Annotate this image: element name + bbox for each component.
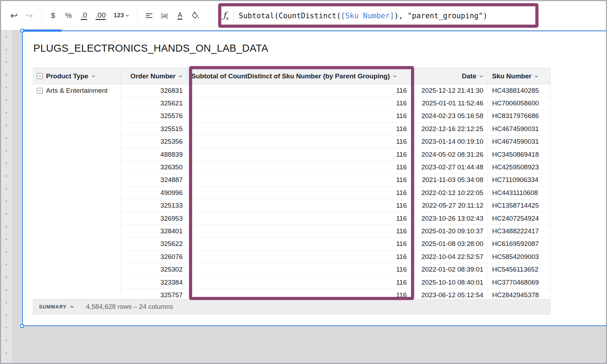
cell-product-type[interactable]: − [33, 187, 121, 199]
cell-sku-number[interactable]: HC4674590031 [488, 136, 551, 148]
cell-subtotal[interactable]: 116 [187, 110, 412, 123]
cell-sku-number[interactable]: HC4674590031 [488, 123, 551, 135]
increase-decimal-button[interactable]: .00 [96, 11, 106, 20]
cell-sku-number[interactable]: HC1358714425 [488, 200, 551, 212]
cell-subtotal[interactable]: 116 [187, 251, 412, 263]
cell-product-type[interactable]: − [33, 212, 121, 225]
cell-product-type[interactable]: − [33, 97, 121, 110]
cell-order-number[interactable]: 325515 [121, 123, 187, 135]
cell-subtotal[interactable]: 116 [187, 238, 412, 251]
cell-product-type[interactable]: − [33, 238, 121, 251]
cell-product-type[interactable]: − [33, 174, 121, 187]
cell-subtotal[interactable]: 116 [187, 276, 412, 289]
cell-date[interactable]: 2025-01-20 09:10:37 [412, 225, 488, 238]
cell-date[interactable]: 2023-02-27 01:44:48 [412, 161, 488, 174]
cell-product-type[interactable]: − [33, 161, 121, 174]
cell-product-type[interactable]: − [33, 123, 121, 135]
cell-date[interactable]: 2025-01-01 11:52:46 [412, 97, 488, 110]
selection-handle[interactable] [20, 29, 24, 32]
page-title[interactable]: PLUGS_ELECTRONICS_HANDS_ON_LAB_DATA [33, 43, 268, 54]
cell-order-number[interactable]: 326350 [121, 161, 187, 174]
cell-sku-number[interactable]: HC5854209003 [488, 251, 551, 263]
cell-date[interactable]: 2022-10-04 22:52:57 [412, 251, 488, 263]
column-header-order-number[interactable]: Order Number [121, 68, 187, 84]
cell-sku-number[interactable]: HC2407254924 [488, 212, 551, 225]
cell-product-type[interactable]: − [33, 263, 121, 276]
cell-order-number[interactable]: 325356 [121, 136, 187, 148]
cell-order-number[interactable]: 326831 [121, 84, 187, 97]
cell-sku-number[interactable]: HC7006058600 [488, 97, 551, 110]
cell-sku-number[interactable]: HC4259508923 [488, 161, 551, 174]
cell-date[interactable]: 2022-12-16 22:12:25 [412, 123, 488, 135]
cell-product-type[interactable]: − [33, 289, 121, 299]
align-icon[interactable] [145, 9, 153, 21]
redo-button[interactable]: ↪ [26, 9, 33, 21]
cell-subtotal[interactable]: 116 [187, 200, 412, 212]
column-header-date[interactable]: Date [412, 68, 488, 84]
cell-order-number[interactable]: 325133 [121, 200, 187, 212]
chevron-down-icon[interactable] [393, 75, 397, 78]
cell-subtotal[interactable]: 116 [187, 263, 412, 276]
cell-sku-number[interactable]: HC7110906334 [488, 174, 551, 187]
percent-format-button[interactable]: % [65, 9, 72, 21]
wrap-text-icon[interactable]: |ə| [161, 9, 168, 21]
text-color-button[interactable]: A [177, 11, 182, 20]
cell-order-number[interactable]: 325621 [121, 97, 187, 110]
cell-sku-number[interactable]: HC5456113652 [488, 263, 551, 276]
cell-order-number[interactable]: 325302 [121, 263, 187, 276]
element-selection-tab[interactable] [22, 30, 61, 32]
chevron-down-icon[interactable] [534, 75, 539, 78]
cell-subtotal[interactable]: 116 [187, 161, 412, 174]
cell-order-number[interactable]: 490996 [121, 187, 187, 199]
cell-order-number[interactable]: 328401 [121, 225, 187, 238]
cell-order-number[interactable]: 326953 [121, 212, 187, 225]
cell-order-number[interactable]: 326076 [121, 251, 187, 263]
cell-date[interactable]: 2025-01-08 03:28:00 [412, 238, 488, 251]
cell-subtotal[interactable]: 116 [187, 123, 412, 135]
cell-subtotal[interactable]: 116 [187, 97, 412, 110]
cell-product-type[interactable]: − Arts & Entertainment [33, 84, 121, 97]
cell-sku-number[interactable]: HC4431110608 [488, 187, 551, 199]
currency-format-button[interactable]: $ [49, 9, 57, 21]
column-header-sku-number[interactable]: Sku Number [488, 68, 551, 84]
chevron-down-icon[interactable] [91, 75, 96, 78]
cell-sku-number[interactable]: HC3488222417 [488, 225, 551, 238]
cell-subtotal[interactable]: 116 [187, 136, 412, 148]
cell-date[interactable]: 2022-05-27 20:11:12 [412, 200, 488, 212]
cell-subtotal[interactable]: 116 [187, 174, 412, 187]
cell-subtotal[interactable]: 116 [187, 84, 412, 97]
cell-subtotal[interactable]: 116 [187, 148, 412, 161]
chevron-down-icon[interactable] [178, 75, 183, 78]
undo-button[interactable]: ↩ [10, 9, 18, 21]
column-header-product-type[interactable]: − Product Type [33, 68, 121, 84]
cell-product-type[interactable]: − [33, 110, 121, 123]
collapse-all-icon[interactable]: − [37, 73, 43, 79]
cell-subtotal[interactable]: 116 [187, 289, 412, 299]
cell-date[interactable]: 2025-12-12 21:41:30 [412, 84, 488, 97]
cell-sku-number[interactable]: HC8317976686 [488, 110, 551, 123]
cell-product-type[interactable]: − [33, 276, 121, 289]
chevron-down-icon[interactable] [479, 75, 483, 78]
cell-product-type[interactable]: − [33, 148, 121, 161]
cell-order-number[interactable]: 488839 [121, 148, 187, 161]
cell-product-type[interactable]: − [33, 251, 121, 263]
cell-date[interactable]: 2022-01-02 08:39:01 [412, 263, 488, 276]
cell-date[interactable]: 2024-02-23 05:16:58 [412, 110, 488, 123]
cell-order-number[interactable]: 325576 [121, 110, 187, 123]
cell-sku-number[interactable]: HC4388140285 [488, 84, 551, 97]
cell-date[interactable]: 2023-10-26 13:02:43 [412, 212, 488, 225]
cell-product-type[interactable]: − [33, 200, 121, 212]
cell-subtotal[interactable]: 116 [187, 212, 412, 225]
cell-sku-number[interactable]: HC6169592087 [488, 238, 551, 251]
cell-subtotal[interactable]: 116 [187, 187, 412, 199]
number-format-menu-button[interactable]: 123 [113, 9, 129, 21]
formula-input[interactable]: Subtotal(CountDistinct([Sku Number]), "p… [239, 12, 488, 20]
cell-date[interactable]: 2025-10-10 08:40:01 [412, 276, 488, 289]
collapse-group-icon[interactable]: − [37, 88, 43, 94]
cell-product-type[interactable]: − [33, 136, 121, 148]
cell-sku-number[interactable]: HC3450869418 [488, 148, 551, 161]
cell-date[interactable]: 2022-02-12 10:22:05 [412, 187, 488, 199]
selection-handle[interactable] [20, 324, 24, 328]
cell-date[interactable]: 2024-05-02 08:31:26 [412, 148, 488, 161]
cell-order-number[interactable]: 325757 [121, 289, 187, 299]
